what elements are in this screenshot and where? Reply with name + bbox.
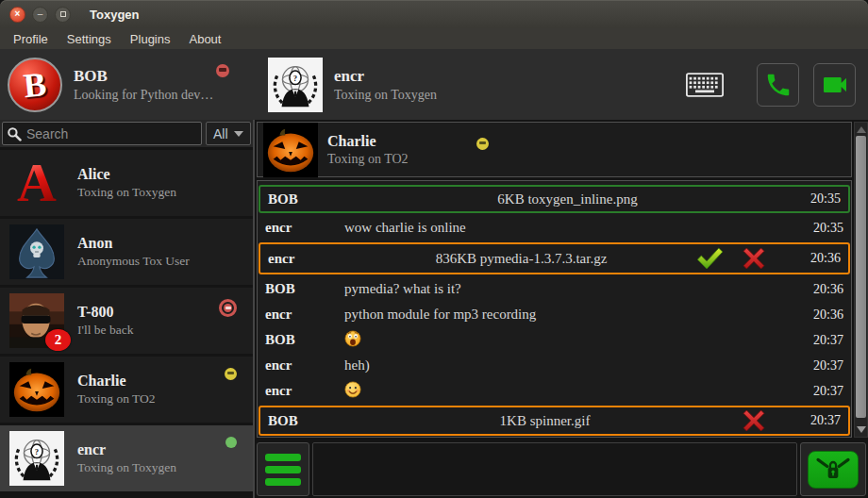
accept-file-button[interactable]	[695, 246, 724, 271]
menu-profile[interactable]: Profile	[4, 28, 58, 49]
contacts-sidebar: All A Alice Toxing on Toxygen	[0, 120, 255, 498]
scroll-down-arrow[interactable]	[857, 426, 866, 433]
search-input[interactable]	[26, 126, 197, 141]
menubar: Profile Settings Plugins About	[0, 28, 868, 49]
audio-call-button[interactable]	[757, 63, 799, 107]
message-text: python module for mp3 recording	[344, 307, 791, 323]
text-message: BOB pymedia? what is it? 20:36	[258, 276, 851, 302]
menu-plugins[interactable]: Plugins	[121, 28, 180, 49]
svg-text:?: ?	[35, 447, 39, 456]
scroll-up-arrow[interactable]	[857, 126, 866, 133]
message-sender: encr	[265, 220, 344, 236]
video-call-button[interactable]	[813, 63, 856, 107]
decline-file-button[interactable]	[743, 247, 765, 270]
file-transfer-message[interactable]: BOB 1KB spinner.gif 20:37	[259, 406, 850, 436]
file-transfer-message[interactable]: encr 836KB pymedia-1.3.7.3.tar.gz 20	[259, 242, 850, 274]
menu-about[interactable]: About	[179, 28, 230, 49]
contact-name: T-800	[77, 304, 133, 321]
text-message: encr heh) 20:37	[258, 353, 851, 378]
unread-count-badge: 2	[45, 329, 71, 351]
file-transfer-label: 1KB spinner.gif	[347, 413, 743, 429]
skull-spade-avatar	[9, 224, 64, 279]
message-sender: encr	[265, 307, 344, 323]
away-status-icon	[225, 368, 237, 380]
active-contact-name: encr	[334, 67, 437, 86]
contact-item-anon[interactable]: Anon Anonymous Tox User	[0, 219, 253, 285]
search-box[interactable]	[2, 122, 202, 145]
menu-settings[interactable]: Settings	[58, 28, 121, 49]
search-row: All	[0, 120, 253, 147]
window-minimize-button[interactable]: –	[32, 7, 48, 23]
chat-contact-status-message: Toxing on TO2	[327, 152, 409, 167]
call-controls	[686, 49, 868, 120]
encrypted-send-icon	[812, 455, 854, 485]
file-transfer-label: 836KB pymedia-1.3.7.3.tar.gz	[347, 251, 695, 267]
anonymous-mask-avatar: ?	[9, 431, 64, 486]
send-button[interactable]	[808, 451, 859, 489]
composer-bar	[255, 440, 868, 498]
away-status-icon	[476, 138, 489, 150]
window-title: Toxygen	[90, 8, 140, 22]
hamburger-icon	[265, 454, 301, 461]
file-transfer-label: 6KB toxygen_inline.png	[347, 191, 788, 208]
message-sender: encr	[268, 251, 347, 267]
contact-status-message: Toxing on TO2	[77, 391, 156, 407]
keyboard-icon[interactable]	[686, 73, 724, 97]
contact-status-message: Anonymous Tox User	[77, 254, 190, 269]
message-input-box[interactable]	[312, 442, 797, 496]
contact-item-charlie[interactable]: Charlie Toxing on TO2	[0, 357, 253, 423]
contact-status-message: Toxing on Toxygen	[77, 460, 176, 475]
text-message: encr wow charlie is online 20:35	[258, 215, 851, 241]
message-sender: encr	[265, 383, 344, 399]
message-text: heh)	[344, 357, 791, 374]
cancel-file-button[interactable]	[743, 409, 765, 432]
chat-scrollbar[interactable]	[854, 122, 868, 438]
window-close-button[interactable]: ×	[9, 7, 25, 23]
scrollbar-thumb[interactable]	[856, 136, 866, 418]
busy-unread-status-icon	[219, 299, 237, 317]
self-name[interactable]: BOB	[74, 67, 213, 86]
text-message: encr python module for mp3 recording 20:…	[258, 302, 851, 327]
message-input[interactable]	[313, 443, 796, 495]
window-maximize-button[interactable]	[55, 7, 71, 23]
active-contact-status-message: Toxing on Toxygen	[334, 88, 437, 103]
chat-panel: Charlie Toxing on TO2 BOB 6KB toxygen_in…	[255, 120, 868, 498]
phone-icon	[764, 71, 793, 99]
chevron-down-icon	[234, 131, 243, 137]
pumpkin-avatar	[9, 362, 64, 417]
contact-name: encr	[77, 441, 176, 458]
online-status-icon	[225, 437, 237, 448]
message-time: 20:36	[791, 307, 843, 323]
svg-text:?: ?	[293, 73, 297, 82]
contact-status-message: I'll be back	[77, 323, 133, 338]
self-status-message[interactable]: Looking for Python dev…	[74, 88, 213, 103]
contact-filter-value: All	[213, 126, 234, 141]
chat-contact-name: Charlie	[327, 133, 409, 150]
contact-item-t800[interactable]: T-800 I'll be back 2	[0, 288, 253, 354]
attachments-menu-button[interactable]	[257, 442, 309, 496]
anonymous-mask-avatar: ?	[268, 58, 323, 112]
videocam-icon	[820, 70, 850, 100]
self-profile[interactable]: B BOB Looking for Python dev…	[0, 49, 255, 120]
message-time: 20:37	[791, 333, 843, 348]
contact-name: Charlie	[77, 373, 156, 390]
contact-item-alice[interactable]: A Alice Toxing on Toxygen	[0, 150, 253, 216]
contact-filter-dropdown[interactable]: All	[206, 122, 251, 145]
chat-header: Charlie Toxing on TO2	[257, 122, 852, 177]
contact-name: Alice	[77, 166, 176, 183]
pumpkin-avatar	[263, 123, 318, 177]
message-sender: encr	[265, 357, 344, 374]
self-avatar[interactable]: B	[8, 58, 62, 112]
alice-avatar: A	[9, 156, 64, 210]
message-sender: BOB	[265, 332, 344, 348]
message-time: 20:35	[791, 221, 843, 236]
smiley-message: BOB	[258, 327, 851, 353]
shocked-smiley-icon	[344, 330, 361, 347]
contact-list: A Alice Toxing on Toxygen	[0, 147, 253, 498]
message-time: 20:37	[791, 384, 843, 399]
happy-smiley-icon	[344, 381, 361, 398]
toxygen-window: × – Toxygen Profile Settings Plugins Abo…	[0, 0, 868, 498]
contact-item-encr[interactable]: ? encr Toxing on Toxygen	[0, 425, 253, 491]
file-transfer-message[interactable]: BOB 6KB toxygen_inline.png 20:35	[259, 185, 850, 213]
message-text: pymedia? what is it?	[344, 281, 791, 297]
